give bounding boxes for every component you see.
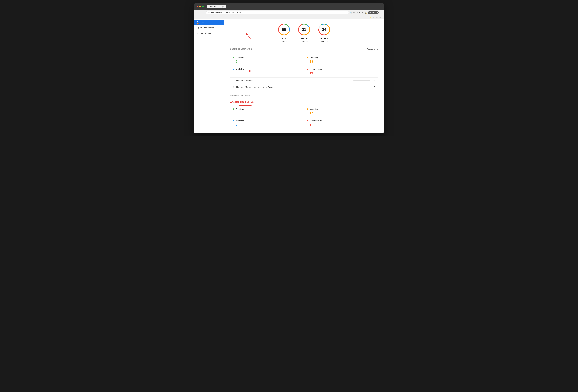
affected-cookies-label: Affected Cookies : 21 [230,101,378,103]
frames-value: 3 [372,79,375,82]
comp-functional-label: Functional [236,108,245,110]
comp-analytics-value: 0 [233,123,301,126]
traffic-lights [197,5,203,7]
incognito-badge: Incognito (2) [368,11,379,14]
tab-bar: CLI Dashboard ✕ + [207,4,381,8]
uncategorized-dot [307,69,308,70]
marketing-header: Marketing [307,57,375,59]
functional-item: Functional 5 [230,54,304,66]
bookmarks-label: All Bookmarks [372,16,382,18]
marketing-label: Marketing [309,57,318,59]
minimize-button[interactable] [199,5,201,7]
toolbar-actions: 🔍 ☆ ⬡ ⬆ ▭ 🕵 Incognito (2) ⋮ [350,11,382,14]
comp-uncategorized-header: Uncategorized [307,120,375,122]
cookie-summary: 55 Totalcookies 31 [230,23,378,42]
uncategorized-value: 19 [307,71,375,75]
cookies-icon: ▶ 🍪 [197,21,199,24]
third-party-label: 3rd partycookies [320,37,328,42]
zoom-icon: 🔍 [350,12,352,14]
incognito-icon: 🕵 [364,12,367,14]
third-party-chart: 24 [318,23,331,36]
frames-cookies-value: 3 [372,86,375,88]
star-icon[interactable]: ☆ [353,12,355,14]
refresh-button[interactable]: ↻ [202,11,205,14]
browser-controls: CLI Dashboard ✕ + [197,4,381,8]
sidebar-item-cookies-label: Cookies [200,22,207,24]
comp-uncategorized-item: Uncategorized 1 [304,117,378,129]
analytics-dot [233,69,235,70]
split-view-icon[interactable]: ▭ [362,12,363,14]
frames-item: Number of Frames 3 [230,78,378,84]
functional-label: Functional [236,57,245,59]
comp-marketing-header: Marketing [307,108,375,110]
total-cookies-label: Totalcookies [281,37,288,42]
sidebar-item-affected-cookies[interactable]: ◯ Affected Cookies [194,25,224,30]
comp-marketing-item: Marketing 17 [304,106,378,117]
technologies-icon: ⎈ [197,32,199,34]
comp-uncategorized-value: 1 [307,123,375,126]
tab-close-button[interactable]: ✕ [222,5,224,8]
frames-cookies-bar [353,87,371,87]
menu-button[interactable]: ⋮ [380,12,382,14]
total-cookies-circle: 55 Totalcookies [278,23,290,42]
back-button[interactable]: ‹ [196,11,198,14]
affected-cookies-icon: ◯ [197,27,199,29]
frames-cookies-item: Number of Frames with Associated Cookies… [230,84,378,90]
frames-dot [233,80,235,81]
comp-functional-value: 3 [233,111,301,115]
forward-button[interactable]: › [199,11,201,14]
cookie-classification-header: COOKIE CLASSIFICATION Expand View [230,48,378,51]
total-cookies-value: 55 [282,27,286,32]
marketing-value: 28 [307,60,375,64]
analytics-item: Analytics 3 [230,66,304,78]
comparative-insights-section: COMPARATIVE INSIGHTS Affected Cookies : … [230,95,378,129]
sidebar-item-cookies[interactable]: ▶ 🍪 Cookies [194,20,224,25]
functional-value: 5 [233,60,301,64]
comp-functional-dot [233,109,235,110]
comparative-insights-header: COMPARATIVE INSIGHTS [230,95,378,98]
uncategorized-label: Uncategorized [309,68,322,71]
comp-analytics-item: Analytics 0 [230,117,304,129]
uncategorized-item: Uncategorized 19 [304,66,378,78]
extensions-icon[interactable]: ⬡ [356,12,358,14]
browser-toolbar: ‹ › ↻ localhost:9000/?dir=nationalgeogra… [194,10,384,16]
browser-window: CLI Dashboard ✕ + ‹ › ↻ localhost:9000/?… [194,3,384,133]
classification-grid: Functional 5 Marketing 28 Anal [230,54,378,90]
functional-header: Functional [233,57,301,59]
analytics-header: Analytics [233,68,301,71]
sidebar-item-technologies-label: Technologies [200,32,211,34]
comp-uncategorized-label: Uncategorized [309,120,322,122]
frames-cookies-label: Number of Frames with Associated Cookies [236,86,351,88]
main-content: 55 Totalcookies 31 [224,19,384,133]
address-bar[interactable]: localhost:9000/?dir=nationalgeographic-c… [206,11,349,14]
third-party-value: 24 [322,27,326,32]
frames-cookies-dot [233,86,235,88]
comp-marketing-value: 17 [307,111,375,115]
new-tab-button[interactable]: + [226,4,230,8]
analytics-value: 3 [233,71,301,75]
maximize-button[interactable] [202,5,203,7]
comp-uncategorized-dot [307,120,308,121]
share-icon[interactable]: ⬆ [359,12,360,14]
close-button[interactable] [197,5,198,7]
comp-functional-item: Functional 3 [230,106,304,117]
first-party-chart: 31 [298,23,311,36]
sidebar: ▶ 🍪 Cookies ◯ Affected Cookies ⎈ Technol… [194,19,224,133]
bookmarks-bar: 📁 All Bookmarks [194,16,384,19]
app-layout: ▶ 🍪 Cookies ◯ Affected Cookies ⎈ Technol… [194,19,384,133]
marketing-item: Marketing 28 [304,54,378,66]
total-cookies-chart: 55 [278,23,290,36]
comp-marketing-dot [307,109,308,110]
comp-analytics-label: Analytics [236,120,244,122]
frames-label: Number of Frames [236,79,351,82]
sidebar-item-technologies[interactable]: ⎈ Technologies [194,30,224,35]
comp-marketing-label: Marketing [309,108,318,110]
bookmarks-folder-icon: 📁 [370,16,372,18]
uncategorized-header: Uncategorized [307,68,375,71]
expand-view-button[interactable]: Expand View [367,48,378,50]
functional-dot [233,57,235,58]
active-tab[interactable]: CLI Dashboard ✕ [207,5,226,8]
comparative-grid: Functional 3 Marketing 17 [230,106,378,129]
browser-titlebar: CLI Dashboard ✕ + [194,3,384,10]
comp-analytics-header: Analytics [233,120,301,122]
